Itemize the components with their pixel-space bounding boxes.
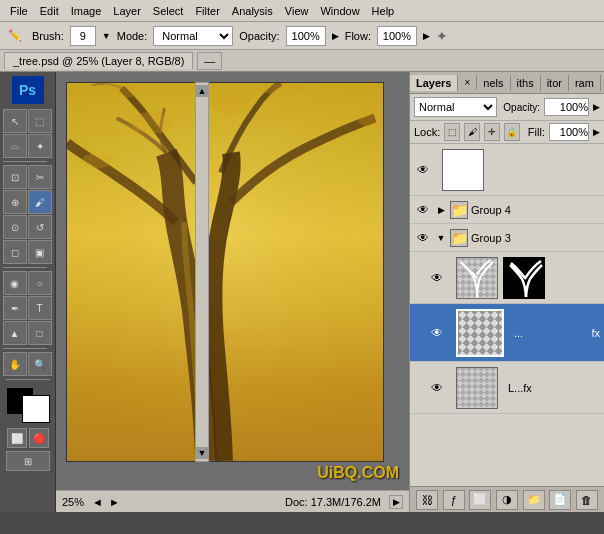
canvas-scrollbar-v[interactable]: ▲ ▼ <box>195 82 209 462</box>
tab-layers[interactable]: Layers <box>410 75 458 91</box>
delete-layer-btn[interactable]: 🗑 <box>576 490 598 510</box>
opacity-arrow[interactable]: ▶ <box>332 31 339 41</box>
expand-group4[interactable]: ▶ <box>435 204 447 216</box>
mode-icons: ⬜ 🔴 <box>7 428 49 448</box>
tool-sep-1 <box>3 161 47 162</box>
status-arrow[interactable]: ▶ <box>389 495 403 509</box>
menu-select[interactable]: Select <box>147 3 190 19</box>
scrollbar-down[interactable]: ▼ <box>196 447 208 459</box>
eraser-tool[interactable]: ◻ <box>3 240 27 264</box>
expand-group3[interactable]: ▼ <box>435 232 447 244</box>
layers-list: 👁 👁 ▶ 📁 Group 4 👁 ▼ 📁 Group 3 <box>410 144 604 486</box>
pen-tool[interactable]: ✒ <box>3 296 27 320</box>
type-tool[interactable]: T <box>28 296 52 320</box>
layer-style-btn[interactable]: ƒ <box>443 490 465 510</box>
group-btn[interactable]: 📁 <box>523 490 545 510</box>
zoom-tool[interactable]: 🔍 <box>28 352 52 376</box>
layer-item-8[interactable]: 👁 ... fx <box>410 304 604 362</box>
document-tab[interactable]: _tree.psd @ 25% (Layer 8, RGB/8) <box>4 52 193 69</box>
status-icon-right[interactable]: ► <box>109 496 120 508</box>
brush-tool[interactable]: 🖌 <box>28 190 52 214</box>
adjustment-btn[interactable]: ◑ <box>496 490 518 510</box>
flow-input[interactable] <box>377 26 417 46</box>
eye-visibility-white[interactable]: 👁 <box>414 161 432 179</box>
gradient-tool[interactable]: ▣ <box>28 240 52 264</box>
selection-tool[interactable]: ⬚ <box>28 109 52 133</box>
brush-preview[interactable]: 9 <box>70 26 96 46</box>
menu-filter[interactable]: Filter <box>189 3 225 19</box>
tab-iths[interactable]: iths <box>511 75 541 91</box>
move-tool[interactable]: ↖ <box>3 109 27 133</box>
layer-thumb-treemask-content <box>456 257 498 299</box>
scrollbar-up[interactable]: ▲ <box>196 85 208 97</box>
quick-mask-off[interactable]: ⬜ <box>7 428 27 448</box>
shape-tool[interactable]: □ <box>28 321 52 345</box>
eye-visibility-group3[interactable]: 👁 <box>414 229 432 247</box>
lock-move-btn[interactable]: ✛ <box>484 123 500 141</box>
tab-itor[interactable]: itor <box>541 75 569 91</box>
fx-badge-8: fx <box>591 327 600 339</box>
mask-btn[interactable]: ⬜ <box>469 490 491 510</box>
healing-tool[interactable]: ⊕ <box>3 190 27 214</box>
screen-mode-btn[interactable]: ⊞ <box>6 451 50 471</box>
tool-sep-4 <box>6 379 50 380</box>
canvas-image[interactable] <box>67 83 383 461</box>
menu-window[interactable]: Window <box>314 3 365 19</box>
panel-tabs: Layers × nels iths itor ram nfo ≡ <box>410 72 604 94</box>
layers-panel: Layers × nels iths itor ram nfo ≡ Normal… <box>409 72 604 512</box>
menu-help[interactable]: Help <box>366 3 401 19</box>
blur-tool[interactable]: ◉ <box>3 271 27 295</box>
slice-tool[interactable]: ✂ <box>28 165 52 189</box>
magic-wand-tool[interactable]: ✦ <box>28 134 52 158</box>
menu-edit[interactable]: Edit <box>34 3 65 19</box>
flow-arrow[interactable]: ▶ <box>423 31 430 41</box>
mode-select[interactable]: Normal <box>153 26 233 46</box>
opacity-input[interactable] <box>544 98 589 116</box>
layer-item-tree-mask[interactable]: 👁 <box>410 252 604 304</box>
lasso-tool[interactable]: ⌓ <box>3 134 27 158</box>
eye-visibility-bottom[interactable]: 👁 <box>428 379 446 397</box>
path-selection-tool[interactable]: ▲ <box>3 321 27 345</box>
eye-visibility-8[interactable]: 👁 <box>428 324 446 342</box>
clone-tool[interactable]: ⊙ <box>3 215 27 239</box>
tool-row-6: ◻ ▣ <box>3 240 53 264</box>
layer-item-bottom[interactable]: 👁 L...fx <box>410 362 604 414</box>
layer-item-group4[interactable]: 👁 ▶ 📁 Group 4 <box>410 196 604 224</box>
lock-paint-btn[interactable]: 🖌 <box>464 123 480 141</box>
menu-file[interactable]: File <box>4 3 34 19</box>
opacity-arrow[interactable]: ▶ <box>593 102 600 112</box>
menu-layer[interactable]: Layer <box>107 3 147 19</box>
menu-image[interactable]: Image <box>65 3 108 19</box>
history-tool[interactable]: ↺ <box>28 215 52 239</box>
status-icon-left[interactable]: ◄ <box>92 496 103 508</box>
minimize-tab[interactable]: — <box>197 52 222 70</box>
dodge-tool[interactable]: ○ <box>28 271 52 295</box>
opacity-input[interactable] <box>286 26 326 46</box>
blend-mode-select[interactable]: Normal <box>414 97 497 117</box>
layer-item-group3[interactable]: 👁 ▼ 📁 Group 3 <box>410 224 604 252</box>
crop-tool[interactable]: ⊡ <box>3 165 27 189</box>
layer-name-bottom: L...fx <box>508 382 600 394</box>
menu-view[interactable]: View <box>279 3 315 19</box>
fill-arrow[interactable]: ▶ <box>593 127 600 137</box>
eye-visibility-group4[interactable]: 👁 <box>414 201 432 219</box>
background-color[interactable] <box>22 395 50 423</box>
layer-thumb-bottom <box>456 367 498 409</box>
ps-logo: Ps <box>12 76 44 104</box>
tab-ram[interactable]: ram <box>569 75 601 91</box>
hand-tool[interactable]: ✋ <box>3 352 27 376</box>
lock-transparent-btn[interactable]: ⬚ <box>444 123 460 141</box>
lock-all-btn[interactable]: 🔒 <box>504 123 520 141</box>
eye-visibility-tree-mask[interactable]: 👁 <box>428 269 446 287</box>
quick-mask-on[interactable]: 🔴 <box>29 428 49 448</box>
fill-input[interactable] <box>549 123 589 141</box>
new-layer-btn[interactable]: 📄 <box>549 490 571 510</box>
layer-name-group3: Group 3 <box>471 232 600 244</box>
brush-arrow[interactable]: ▼ <box>102 31 111 41</box>
link-layers-btn[interactable]: ⛓ <box>416 490 438 510</box>
layer-item-white[interactable]: 👁 <box>410 144 604 196</box>
tab-close-x[interactable]: × <box>458 75 477 90</box>
tab-nels[interactable]: nels <box>477 75 510 91</box>
menu-analysis[interactable]: Analysis <box>226 3 279 19</box>
canvas-container <box>66 82 384 462</box>
